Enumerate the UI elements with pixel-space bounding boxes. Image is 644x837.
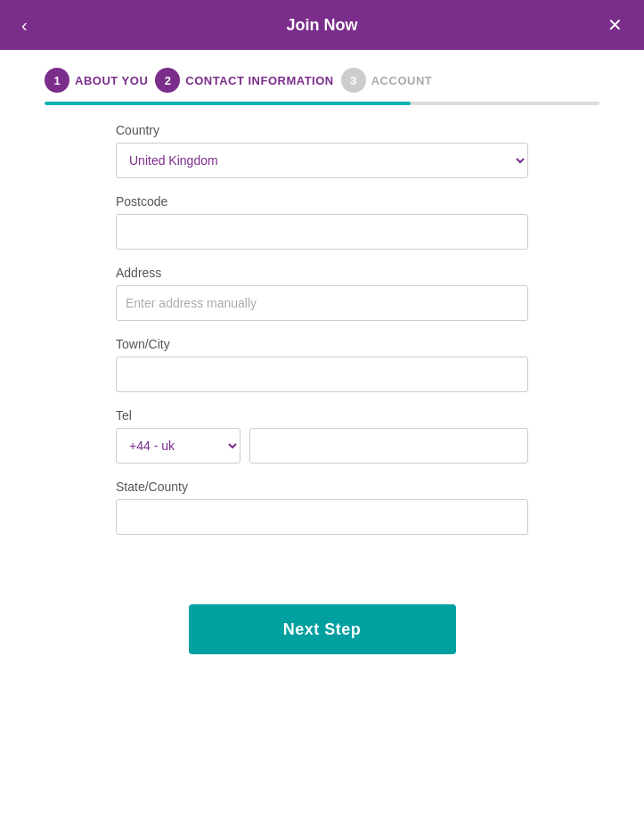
progress-bar-container [0, 93, 644, 105]
state-group: State/County [116, 480, 528, 535]
step-circle-3: 3 [341, 68, 366, 93]
postcode-group: Postcode [116, 194, 528, 250]
step-circle-2: 2 [155, 68, 180, 93]
tel-group: Tel +44 - uk +1 - us +61 - au +1 - ca [116, 408, 528, 464]
close-button[interactable]: ✕ [600, 11, 630, 39]
postcode-input[interactable] [116, 214, 528, 250]
country-select[interactable]: United Kingdom United States Australia C… [116, 143, 528, 178]
country-group: Country United Kingdom United States Aus… [116, 123, 528, 178]
step-label-2: CONTACT INFORMATION [185, 74, 333, 87]
step-circle-1: 1 [45, 68, 69, 93]
step-3: 3 ACCOUNT [341, 68, 433, 93]
step-label-1: ABOUT YOU [75, 74, 148, 87]
postcode-label: Postcode [116, 194, 528, 209]
steps-container: 1 ABOUT YOU 2 CONTACT INFORMATION 3 ACCO… [0, 50, 644, 93]
address-input[interactable] [116, 285, 528, 321]
address-group: Address [116, 266, 528, 321]
town-group: Town/City [116, 337, 528, 392]
step-label-3: ACCOUNT [371, 74, 433, 87]
state-input[interactable] [116, 499, 528, 535]
address-label: Address [116, 266, 528, 280]
tel-code-select[interactable]: +44 - uk +1 - us +61 - au +1 - ca [116, 428, 240, 464]
tel-row: +44 - uk +1 - us +61 - au +1 - ca [116, 428, 528, 464]
step-1: 1 ABOUT YOU [45, 68, 148, 93]
town-input[interactable] [116, 357, 528, 392]
country-label: Country [116, 123, 528, 137]
header: ‹ Join Now ✕ [0, 0, 644, 50]
tel-label: Tel [116, 408, 528, 423]
header-title: Join Now [287, 16, 358, 35]
state-label: State/County [116, 480, 528, 494]
town-label: Town/City [116, 337, 528, 351]
step-2: 2 CONTACT INFORMATION [155, 68, 333, 93]
form-container: Country United Kingdom United States Aus… [0, 105, 644, 569]
back-button[interactable]: ‹ [14, 12, 35, 39]
next-step-button[interactable]: Next Step [189, 604, 456, 654]
tel-number-input[interactable] [249, 428, 528, 464]
